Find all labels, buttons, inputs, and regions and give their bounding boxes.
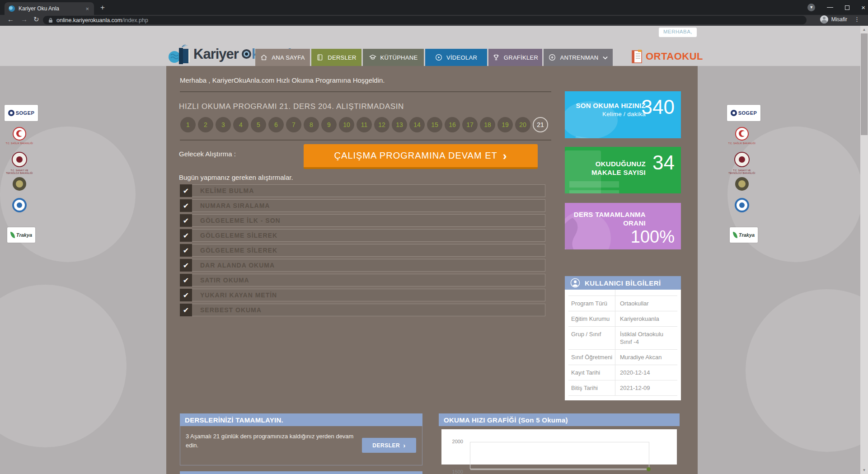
partner-logo-label: T.C. SAĞLIK BAKANLIĞI (4, 142, 35, 145)
browser-tab[interactable]: Kariyer Oku Anla × (5, 2, 94, 15)
tab-grafi-kler[interactable]: GRAFİKLER (488, 49, 542, 66)
exercise-row[interactable]: ✔GÖLGELEME İLK - SON (180, 214, 545, 227)
day-circle-20[interactable]: 20 (515, 117, 530, 132)
day-circle-9[interactable]: 9 (321, 117, 337, 132)
tab-antrenman[interactable]: ANTRENMAN (544, 49, 613, 66)
stat-label: SON OKUMA HIZINIZKelime / dakika (571, 101, 646, 118)
user-info-header: KULLANICI BİLGİLERİ (565, 276, 681, 290)
book-icon (316, 54, 324, 61)
program-title: HIZLI OKUMA PROGRAMI 21. DERS 204. ALIŞT… (179, 102, 404, 111)
todo-title: Bugün yapmanız gereken alıştırmalar. (179, 174, 293, 181)
check-icon: ✔ (180, 184, 192, 197)
partner-logo-sogep: SOGEP (727, 105, 760, 121)
plot-area (470, 442, 649, 469)
day-circle-10[interactable]: 10 (339, 117, 354, 132)
completion-rate-card: DERS TAMAMLANMA ORANI100% (565, 203, 681, 249)
exercise-row[interactable]: ✔YUKARI KAYAN METİN (180, 289, 545, 301)
day-circle-11[interactable]: 11 (357, 117, 372, 132)
eye-icon (242, 49, 251, 59)
day-circle-7[interactable]: 7 (286, 117, 301, 132)
exercise-label: GÖLGELEME SİLEREK (192, 230, 277, 241)
scroll-up-icon[interactable]: ▲ (860, 26, 868, 33)
exercise-row[interactable]: ✔GÖLGELEME SİLEREK (180, 229, 545, 242)
check-icon: ✔ (180, 259, 192, 272)
address-bar[interactable]: online.kariyerokuanla.com/index.php (43, 16, 807, 24)
graduation-cap-icon (369, 54, 376, 61)
user-icon (570, 278, 580, 288)
user-info-row-label: Grup / Sınıf (568, 327, 615, 349)
user-info-table: Program TürüOrtaokullarEğitim KurumuKari… (565, 290, 681, 400)
user-info-row-value: Ortaokullar (615, 296, 677, 311)
profile-button[interactable]: Misafir (820, 15, 847, 23)
chart-data-point (647, 467, 651, 471)
day-circle-13[interactable]: 13 (392, 117, 407, 132)
day-circle-15[interactable]: 15 (427, 117, 442, 132)
exercise-label: GÖLGELEME İLK - SON (192, 215, 281, 226)
scroll-down-icon[interactable]: ▼ (860, 466, 868, 474)
day-circle-21[interactable]: 21 (533, 117, 548, 132)
day-circle-19[interactable]: 19 (497, 117, 513, 132)
day-circle-4[interactable]: 4 (233, 117, 249, 132)
partner-logo-label: SOGEP (16, 110, 35, 116)
forward-icon[interactable]: → (21, 15, 28, 23)
play-circle-icon (435, 54, 442, 61)
restore-button[interactable] (845, 5, 849, 10)
continue-program-button[interactable]: ÇALIŞMA PROGRAMINA DEVAM ET › (304, 144, 538, 169)
page-scrollbar[interactable]: ▲ ▼ (860, 26, 868, 474)
exercise-row[interactable]: ✔SERBEST OKUMA (180, 304, 545, 316)
day-circle-8[interactable]: 8 (304, 117, 319, 132)
dersler-button[interactable]: DERSLER › (362, 438, 416, 453)
continue-program-label: ÇALIŞMA PROGRAMINA DEVAM ET (334, 150, 497, 161)
reload-icon[interactable]: ↻ (33, 15, 39, 23)
new-tab-button[interactable]: + (100, 3, 105, 13)
partner-logo-label: T.C. SANAYİ VE TEKNOLOJİ BAKANLIĞI (726, 169, 758, 174)
exercise-row[interactable]: ✔SATIR OKUMA (180, 274, 545, 286)
day-circle-3[interactable]: 3 (216, 117, 231, 132)
minimize-button[interactable] (827, 7, 833, 8)
profile-name: Misafir (831, 16, 847, 23)
url-host: online.kariyerokuanla.com (56, 17, 122, 23)
browser-tab-title: Kariyer Oku Anla (19, 5, 84, 12)
day-circle-6[interactable]: 6 (268, 117, 284, 132)
stat-value: 340 (642, 96, 675, 118)
check-icon: ✔ (180, 274, 192, 286)
check-icon: ✔ (180, 229, 192, 242)
media-controls-icon[interactable]: ▾ (807, 4, 815, 11)
check-icon: ✔ (180, 244, 192, 257)
tab-ana-sayfa[interactable]: ANA SAYFA (255, 49, 310, 66)
day-circle-2[interactable]: 2 (198, 117, 213, 132)
back-icon[interactable]: ← (7, 15, 14, 23)
partner-logo-kalkinma-ajansi (12, 198, 27, 212)
day-circle-1[interactable]: 1 (180, 117, 196, 132)
exercise-row[interactable]: ✔NUMARA SIRALAMA (180, 199, 545, 212)
stat-sublabel: Kelime / dakika (571, 110, 646, 118)
lessons-panel: DERSLERİNİZİ TAMAMLAYIN. 3 Aşamalı 21 gü… (180, 413, 422, 465)
screenshot-root: Kariyer Oku Anla × + ▾ × ← → ↻ online.ka… (0, 0, 868, 474)
scrollbar-thumb[interactable] (861, 33, 868, 135)
partner-logo-ministry-emblem (13, 177, 26, 191)
exercise-label: GÖLGELEME SİLEREK (192, 244, 277, 256)
tab-vi-deolar[interactable]: VİDEOLAR (425, 49, 487, 66)
browser-menu-icon[interactable]: ⋮ (854, 16, 860, 23)
close-button[interactable]: × (861, 4, 865, 11)
avatar-icon (820, 15, 828, 23)
day-circle-12[interactable]: 12 (374, 117, 389, 132)
exercise-row[interactable]: ✔GÖLGELEME SİLEREK (180, 244, 545, 257)
tab-close-icon[interactable]: × (84, 5, 90, 12)
merhaba-badge: MERHABA, (659, 28, 697, 37)
day-circle-16[interactable]: 16 (445, 117, 460, 132)
reading-speed-card: SON OKUMA HIZINIZKelime / dakika340 (565, 91, 681, 138)
greeting-text: Merhaba , KariyerOkuAnla.com Hızlı Okuma… (180, 76, 385, 84)
day-circle-17[interactable]: 17 (462, 117, 478, 132)
day-circle-18[interactable]: 18 (480, 117, 495, 132)
plus-circle-icon (549, 54, 556, 61)
y-axis-tick: 1500 (445, 469, 463, 474)
home-icon (260, 54, 267, 61)
exercise-row[interactable]: ✔DAR ALANDA OKUMA (180, 259, 545, 272)
day-circle-5[interactable]: 5 (251, 117, 266, 132)
exercise-row[interactable]: ✔KELİME BULMA (180, 184, 545, 197)
tab-kütüphane[interactable]: KÜTÜPHANE (363, 49, 424, 66)
day-circle-14[interactable]: 14 (409, 117, 425, 132)
tab-dersler[interactable]: DERSLER (311, 49, 361, 66)
user-info-row: Kayıt Tarihi2020-12-14 (568, 365, 677, 380)
